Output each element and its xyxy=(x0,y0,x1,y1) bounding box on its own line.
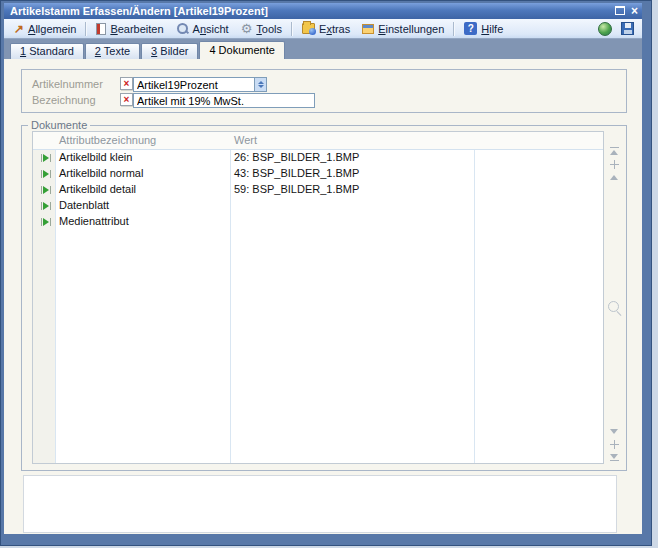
cell-attributbezeichnung: Medienattribut xyxy=(59,215,129,227)
tab-texte[interactable]: 2 Texte xyxy=(85,43,140,59)
save-floppy-icon[interactable] xyxy=(621,22,634,35)
table-row[interactable]: Artikelbild normal 43: BSP_BILDER_1.BMP xyxy=(33,166,603,182)
table-row[interactable]: Artikelbild detail 59: BSP_BILDER_1.BMP xyxy=(33,182,603,198)
close-icon[interactable]: × xyxy=(631,5,638,17)
cell-wert: 26: BSP_BILDER_1.BMP xyxy=(234,151,359,163)
media-play-icon xyxy=(41,217,55,226)
menu-separator xyxy=(85,22,87,36)
menu-item-extras[interactable]: Extras xyxy=(296,22,356,36)
restore-button[interactable] xyxy=(615,5,625,17)
crosshair-icon[interactable] xyxy=(610,160,619,169)
artikelnummer-input[interactable] xyxy=(133,77,255,92)
clear-field-button[interactable]: × xyxy=(120,77,133,90)
tab-bilder[interactable]: 3 Bilder xyxy=(141,43,198,59)
table-header: Attributbezeichnung Wert xyxy=(33,132,603,150)
arrow-up-right-icon: ↗ xyxy=(14,23,24,35)
settings-window-icon xyxy=(362,24,374,34)
table-row[interactable]: Datenblatt xyxy=(33,198,603,214)
folder-globe-icon xyxy=(302,23,315,34)
menu-item-bearbeiten[interactable]: Bearbeiten xyxy=(90,22,169,36)
artikelnummer-label: Artikelnummer xyxy=(32,78,103,90)
title-bar: Artikelstamm Erfassen/Ändern [Artikel19P… xyxy=(4,3,642,19)
app-window: Artikelstamm Erfassen/Ändern [Artikel19P… xyxy=(0,0,652,546)
media-play-icon xyxy=(41,201,55,210)
bezeichnung-label: Bezeichnung xyxy=(32,94,96,106)
menu-label: Ansicht xyxy=(193,23,229,35)
crosshair-icon[interactable] xyxy=(610,440,619,449)
content-area: Artikelnummer × Bezeichnung × Dokumente xyxy=(4,59,642,534)
menu-label: Allgemein xyxy=(28,23,76,35)
tab-standard[interactable]: 1 Standard xyxy=(10,43,84,59)
media-play-icon xyxy=(41,185,55,194)
table-nav-strip xyxy=(608,131,622,462)
menu-label: Extras xyxy=(319,23,350,35)
menu-item-tools[interactable]: ⚙ Tools xyxy=(235,21,288,36)
menu-item-einstellungen[interactable]: Einstellungen xyxy=(356,22,450,36)
documents-table: Attributbezeichnung Wert Artikelbild kle… xyxy=(32,131,604,464)
groupbox-label: Dokumente xyxy=(28,119,90,131)
edit-page-icon xyxy=(96,23,106,35)
lookup-button[interactable] xyxy=(254,77,267,92)
scroll-to-top-icon[interactable] xyxy=(610,147,619,156)
cell-attributbezeichnung: Artikelbild normal xyxy=(59,167,143,179)
bezeichnung-input[interactable] xyxy=(133,93,315,108)
cell-wert: 43: BSP_BILDER_1.BMP xyxy=(234,167,359,179)
column-header-wert[interactable]: Wert xyxy=(234,134,257,146)
magnifier-icon xyxy=(176,22,189,35)
menu-item-ansicht[interactable]: Ansicht xyxy=(170,21,235,36)
menu-separator xyxy=(453,22,455,36)
restore-icon xyxy=(615,6,625,15)
search-icon[interactable] xyxy=(608,301,619,312)
menu-item-allgemein[interactable]: ↗ Allgemein xyxy=(8,22,82,36)
menu-label: Tools xyxy=(256,23,282,35)
cell-attributbezeichnung: Artikelbild detail xyxy=(59,183,136,195)
table-row[interactable]: Medienattribut xyxy=(33,214,603,230)
menu-item-hilfe[interactable]: ? Hilfe xyxy=(458,21,509,36)
clear-field-button[interactable]: × xyxy=(120,93,133,106)
gear-icon: ⚙ xyxy=(241,22,253,35)
cell-wert: 59: BSP_BILDER_1.BMP xyxy=(234,183,359,195)
media-play-icon xyxy=(41,169,55,178)
scroll-to-bottom-icon[interactable] xyxy=(610,453,619,462)
fields-groupbox: Artikelnummer × Bezeichnung × xyxy=(21,69,627,113)
scroll-down-icon[interactable] xyxy=(610,427,619,436)
window-title: Artikelstamm Erfassen/Ändern [Artikel19P… xyxy=(4,5,268,17)
menu-separator xyxy=(291,22,293,36)
menu-label: Bearbeiten xyxy=(110,23,163,35)
spinner-up-icon xyxy=(258,81,264,84)
column-header-attributbezeichnung[interactable]: Attributbezeichnung xyxy=(59,134,156,146)
menu-label: Hilfe xyxy=(481,23,503,35)
scroll-up-icon[interactable] xyxy=(610,173,619,182)
help-icon: ? xyxy=(464,22,477,35)
tab-dokumente[interactable]: 4 Dokumente xyxy=(199,41,284,59)
table-row[interactable]: Artikelbild klein 26: BSP_BILDER_1.BMP xyxy=(33,150,603,166)
spinner-down-icon xyxy=(258,85,264,88)
screen: Artikelstamm Erfassen/Ändern [Artikel19P… xyxy=(0,0,658,548)
media-play-icon xyxy=(41,153,55,162)
cell-attributbezeichnung: Artikelbild klein xyxy=(59,151,132,163)
cell-attributbezeichnung: Datenblatt xyxy=(59,199,109,211)
menu-bar: ↗ Allgemein Bearbeiten Ansicht ⚙ Tools E… xyxy=(4,19,642,39)
tab-strip: 1 Standard 2 Texte 3 Bilder 4 Dokumente xyxy=(4,39,642,59)
globe-icon[interactable] xyxy=(598,22,612,36)
dokumente-groupbox: Dokumente Attributbezeichnung Wert Artik… xyxy=(21,125,627,471)
bottom-panel xyxy=(23,475,617,533)
menu-label: Einstellungen xyxy=(378,23,444,35)
